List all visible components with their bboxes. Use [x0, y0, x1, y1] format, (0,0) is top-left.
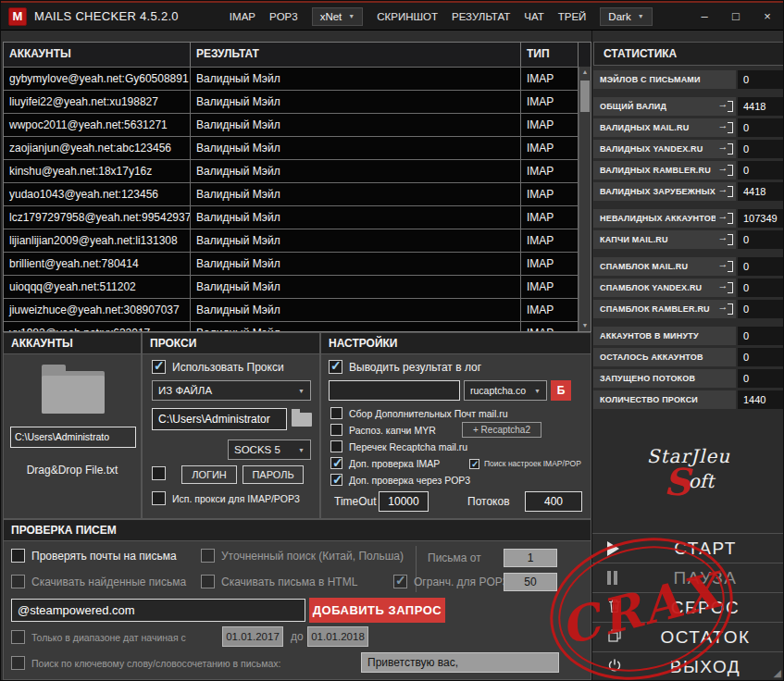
pop3-limit-checkbox[interactable] [393, 575, 407, 588]
stat-label: СПАМБЛОК RAMBLER.RU [593, 300, 716, 318]
menu-screenshot[interactable]: СКРИНШОТ [377, 11, 438, 22]
captcha-key-input[interactable] [329, 380, 460, 401]
menu-tray[interactable]: ТРЕЙ [558, 11, 587, 22]
export-icon[interactable] [716, 118, 736, 137]
cell-type: IMAP [521, 114, 579, 136]
export-icon[interactable] [716, 161, 736, 180]
date-range-checkbox[interactable] [11, 630, 25, 644]
threads-input[interactable] [525, 491, 582, 512]
proxy-auth-checkbox[interactable] [152, 466, 166, 480]
menu-chat[interactable]: ЧАТ [524, 11, 543, 22]
export-icon[interactable] [716, 97, 736, 116]
pop3-limit-input[interactable] [504, 573, 557, 591]
accounts-file-path[interactable]: C:\Users\Administrato [10, 427, 136, 448]
table-row[interactable]: lijianlijian2009@yeah.net:li131308Валидн… [4, 229, 591, 252]
scroll-down-icon[interactable]: ▼ [579, 320, 591, 331]
recheck-recaptcha-checkbox[interactable] [330, 440, 342, 452]
column-header-result[interactable]: РЕЗУЛЬТАТ [191, 43, 521, 67]
export-icon[interactable] [716, 209, 736, 228]
table-row[interactable]: brillient@yeah.net:780414Валидный МэйлIM… [4, 252, 591, 275]
check-letters-checkbox[interactable] [11, 549, 25, 563]
pause-button[interactable]: ПАУЗА [592, 563, 784, 592]
start-button-label: СТАРТ [635, 539, 776, 559]
timeout-input[interactable] [379, 491, 429, 512]
menu-xnet-dropdown[interactable]: xNet ▼ [312, 7, 364, 26]
collect-mail-checkbox[interactable] [330, 407, 342, 419]
refined-search-checkbox[interactable] [201, 549, 215, 563]
download-html-checkbox[interactable] [201, 575, 215, 588]
proxy-type-dropdown[interactable]: SOCKS 5 ▼ [228, 440, 311, 460]
table-scrollbar[interactable]: ▲ ▼ [579, 67, 591, 331]
stat-row: ЗАПУЩЕНО ПОТОКОВ0 [593, 369, 784, 388]
recognize-captcha-checkbox[interactable] [330, 424, 342, 436]
table-row[interactable]: yudao1043@yeah.net:123456Валидный МэйлIM… [4, 182, 591, 205]
table-row[interactable]: yx1982@yeah.net:yx632017Валидный МэйлIMA… [4, 321, 591, 332]
cell-account: uioqqq@yeah.net:511202 [4, 276, 191, 298]
table-row[interactable]: wwpoc2011@yeah.net:5631271Валидный МэйлI… [4, 113, 591, 136]
keyword-search-checkbox[interactable] [11, 656, 25, 670]
stat-label: КОЛИЧЕСТВО ПРОКСИ [593, 390, 736, 409]
scrollbar-thumb[interactable] [580, 80, 590, 112]
recaptcha2-button[interactable]: + Recaptcha2 [462, 422, 541, 438]
export-icon[interactable] [716, 257, 736, 276]
table-row[interactable]: uioqqq@yeah.net:511202Валидный МэйлIMAP [4, 275, 591, 298]
date-to-button[interactable]: 01.01.2018 [307, 626, 368, 647]
rest-button[interactable]: ОСТАТОК [592, 622, 784, 651]
column-header-type[interactable]: ТИП [521, 43, 579, 67]
table-row[interactable]: kinshu@yeah.net:18x17y16zВалидный МэйлIM… [4, 159, 591, 182]
menu-result[interactable]: РЕЗУЛЬТАТ [452, 11, 510, 22]
cell-account: wwpoc2011@yeah.net:5631271 [4, 114, 191, 136]
scroll-up-icon[interactable]: ▲ [579, 67, 591, 78]
use-proxy-checkbox[interactable] [152, 360, 166, 374]
imap-check-checkbox[interactable] [330, 457, 342, 469]
table-row[interactable]: gybymylove@yeah.net:Gy60508891Валидный М… [4, 67, 591, 90]
proxy-path-input[interactable] [152, 408, 287, 430]
table-row[interactable]: jiuweizhuce@yeah.net:308907037Валидный М… [4, 298, 591, 321]
keyword-search-label: Поиск по ключевому слову/словосочетанию … [31, 658, 280, 669]
stat-row: СПАМБЛОК MAIL.RU0 [593, 257, 784, 276]
export-icon[interactable] [716, 140, 736, 158]
pop3-check-checkbox[interactable] [330, 474, 342, 486]
proxy-panel: ПРОКСИ Использовать Прокси ИЗ ФАЙЛА ▼ SO… [142, 332, 320, 519]
proxy-source-dropdown[interactable]: ИЗ ФАЙЛА ▼ [152, 380, 311, 401]
maximize-button[interactable]: □ [720, 5, 752, 28]
balance-button[interactable]: Б [551, 380, 571, 401]
theme-dropdown[interactable]: Dark ▼ [600, 7, 652, 26]
minimize-button[interactable]: – [689, 5, 720, 28]
exit-button[interactable]: ВЫХОД [592, 651, 784, 681]
table-row[interactable]: liuyifei22@yeah.net:xu198827Валидный Мэй… [4, 90, 591, 113]
table-row[interactable]: zaojianjun@yeah.net:abc123456Валидный Мэ… [4, 136, 591, 159]
export-icon[interactable] [716, 300, 736, 318]
browse-folder-icon[interactable] [292, 413, 312, 427]
keyword-input[interactable] [361, 652, 559, 673]
log-output-checkbox[interactable] [329, 360, 342, 374]
proxy-for-imap-checkbox[interactable] [152, 491, 166, 505]
captcha-service-dropdown[interactable]: rucaptcha.co ▼ [464, 380, 547, 401]
imap-pop-search-checkbox[interactable] [469, 459, 479, 469]
proxy-password-button[interactable]: ПАРОЛЬ [243, 465, 304, 484]
menu-pop3[interactable]: POP3 [269, 11, 298, 22]
soft-logo-line2: Soft [592, 460, 784, 503]
query-input[interactable] [11, 599, 305, 622]
resize-grip[interactable]: ◢ [774, 667, 781, 679]
date-from-button[interactable]: 01.01.2017 [222, 626, 283, 647]
letters-from-input[interactable] [504, 549, 557, 567]
column-header-accounts[interactable]: АККАУНТЫ [4, 43, 191, 67]
stat-label: НЕВАЛИДНЫХ АККАУНТОВ [593, 209, 716, 228]
table-row[interactable]: lcz1797297958@yeah.net:995429374Валидный… [4, 205, 591, 229]
proxy-login-button[interactable]: ЛОГИН [181, 465, 237, 484]
stat-value: 0 [736, 257, 784, 276]
start-button[interactable]: СТАРТ [592, 533, 784, 563]
export-icon[interactable] [716, 182, 736, 201]
folder-icon[interactable] [42, 371, 105, 414]
export-icon[interactable] [716, 279, 736, 297]
reset-button[interactable]: СБРОС [592, 592, 784, 622]
table-header-row: АККАУНТЫ РЕЗУЛЬТАТ ТИП [4, 43, 591, 67]
menu-imap[interactable]: IMAP [230, 11, 255, 22]
download-found-checkbox[interactable] [11, 575, 25, 588]
add-query-button[interactable]: ДОБАВИТЬ ЗАПРОС [309, 598, 445, 623]
xnet-dropdown-value: xNet [320, 11, 342, 22]
stat-label: ВАЛИДНЫХ MAIL.RU [593, 118, 716, 137]
export-icon[interactable] [716, 230, 736, 249]
close-button[interactable]: × [752, 5, 783, 28]
